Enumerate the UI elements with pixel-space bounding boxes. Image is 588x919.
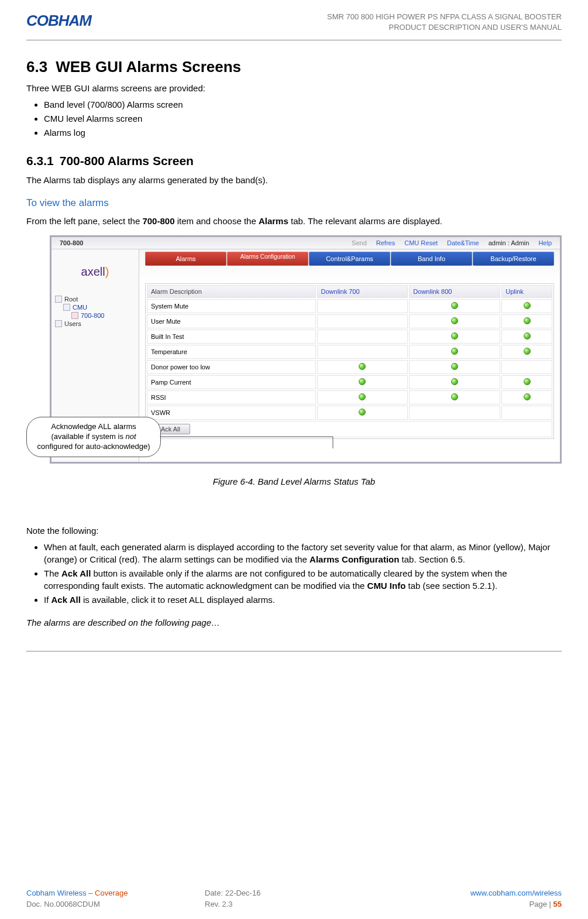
table-row: Donor power too low	[147, 360, 552, 374]
text: tab. The relevant alarms are displayed.	[288, 216, 442, 226]
status-cell	[409, 406, 500, 420]
intro-bullet-list: Band level (700/800) Alarms screen CMU l…	[26, 98, 562, 139]
table-row: Pamp Current	[147, 375, 552, 389]
status-cell	[409, 330, 500, 344]
subsection-title: 700-800 Alarms Screen	[60, 154, 194, 167]
status-ok-icon	[451, 348, 458, 355]
status-cell	[501, 360, 552, 374]
alarm-name-cell: Built In Test	[147, 330, 316, 344]
intro-bullet: CMU level Alarms screen	[44, 112, 562, 125]
subsection-heading: 6.3.1700-800 Alarms Screen	[26, 154, 562, 168]
status-ok-icon	[451, 317, 458, 324]
tab-alarms[interactable]: Alarms	[145, 252, 226, 266]
footer-page-label: Page |	[529, 900, 553, 908]
status-cell	[409, 360, 500, 374]
status-ok-icon	[524, 348, 531, 355]
tree-icon	[55, 320, 62, 327]
text: From the left pane, select the	[26, 216, 142, 226]
footer-url: www.cobham.com/wireless	[383, 889, 562, 897]
tab-bar: Alarms Alarms Configuration Control&Para…	[145, 252, 554, 266]
table-row: Built In Test	[147, 330, 552, 344]
tree-icon	[55, 296, 62, 303]
status-cell	[409, 299, 500, 313]
figure-container: 700-800 Send Refres CMU Reset Date&Time …	[26, 235, 562, 516]
page-footer: Cobham Wireless – Coverage Date: 22-Dec-…	[26, 889, 562, 908]
status-cell	[317, 330, 408, 344]
alarm-name-cell: Pamp Current	[147, 375, 316, 389]
intro-bullet: Alarms log	[44, 126, 562, 139]
status-cell	[317, 406, 408, 420]
th-uplink: Uplink	[501, 285, 552, 298]
status-ok-icon	[451, 393, 458, 400]
table-row: Temperature	[147, 345, 552, 359]
tree-label: Root	[64, 296, 78, 303]
alarms-table: Alarm Description Downlink 700 Downlink …	[145, 283, 554, 439]
status-ok-icon	[524, 302, 531, 309]
tree-root[interactable]: Root	[55, 295, 135, 303]
tree-700-800[interactable]: 700-800	[55, 311, 135, 320]
callout-line1: Acknowledge ALL alarms	[51, 422, 136, 431]
status-cell	[409, 375, 500, 389]
status-cell	[501, 375, 552, 389]
tree-cmu[interactable]: CMU	[55, 303, 135, 311]
status-ok-icon	[359, 378, 366, 385]
callout-line2-em: not	[126, 432, 136, 441]
tab-band-info[interactable]: Band Info	[391, 252, 472, 266]
callout-ack-all: Acknowledge ALL alarms (available if sys…	[26, 417, 161, 457]
tree-label: Users	[64, 320, 81, 327]
topbar-send-link[interactable]: Send	[352, 239, 367, 246]
topbar-refresh-link[interactable]: Refres	[376, 239, 395, 246]
status-cell	[317, 390, 408, 404]
status-cell	[501, 390, 552, 404]
page-header: COBHAM SMR 700 800 HIGH POWER PS NFPA CL…	[26, 12, 562, 37]
status-ok-icon	[524, 332, 531, 340]
footer-docno: Doc. No.00068CDUM	[26, 900, 205, 908]
status-cell	[501, 299, 552, 313]
alarm-name-cell: System Mute	[147, 299, 316, 313]
status-cell	[317, 314, 408, 328]
text: If	[44, 595, 51, 605]
topbar-datetime-link[interactable]: Date&Time	[447, 239, 479, 246]
status-ok-icon	[359, 393, 366, 400]
text: tab (see section 5.2.1).	[405, 581, 497, 591]
footer-date: Date: 22-Dec-16	[205, 889, 383, 897]
topbar-help-link[interactable]: Help	[538, 239, 552, 246]
tree-icon	[71, 312, 78, 319]
text: When at fault, each generated alarm is d…	[44, 542, 550, 564]
tab-control-params[interactable]: Control&Params	[309, 252, 390, 266]
status-cell	[317, 375, 408, 389]
th-alarm-description: Alarm Description	[147, 285, 316, 298]
header-rule	[26, 40, 562, 40]
footer-rev: Rev. 2.3	[205, 900, 383, 908]
note-item: When at fault, each generated alarm is d…	[44, 541, 562, 565]
tab-backup-restore[interactable]: Backup/Restore	[473, 252, 554, 266]
status-cell	[501, 406, 552, 420]
status-ok-icon	[359, 409, 366, 416]
tab-alarms-configuration[interactable]: Alarms Configuration	[227, 252, 308, 266]
alarm-name-cell: Donor power too low	[147, 360, 316, 374]
text: tab. Section 6.5.	[399, 554, 465, 564]
doc-title-line1: SMR 700 800 HIGH POWER PS NFPA CLASS A S…	[327, 12, 562, 22]
continuation-note: The alarms are described on the followin…	[26, 618, 562, 627]
ref-tab-name: Alarms	[259, 216, 288, 226]
status-ok-icon	[524, 317, 531, 324]
status-cell	[501, 345, 552, 359]
th-downlink-700: Downlink 700	[317, 285, 408, 298]
status-cell	[501, 330, 552, 344]
alarm-name-cell: VSWR	[147, 406, 316, 420]
status-cell	[409, 345, 500, 359]
doc-title-block: SMR 700 800 HIGH POWER PS NFPA CLASS A S…	[327, 12, 562, 33]
alarm-name-cell: Temperature	[147, 345, 316, 359]
text: item and choose the	[175, 216, 259, 226]
callout-line2-pre: (available if system is	[51, 432, 125, 441]
footer-company: Cobham Wireless – Coverage	[26, 889, 205, 897]
alarm-name-cell: RSSI	[147, 390, 316, 404]
tree-users[interactable]: Users	[55, 320, 135, 328]
footer-rule	[26, 651, 562, 651]
status-cell	[317, 345, 408, 359]
footer-division: Coverage	[95, 889, 128, 897]
procedure-step: From the left pane, select the 700-800 i…	[26, 215, 562, 228]
topbar-cmu-reset-link[interactable]: CMU Reset	[404, 239, 438, 246]
intro-bullet: Band level (700/800) Alarms screen	[44, 98, 562, 111]
cobham-logo: COBHAM	[26, 12, 91, 30]
